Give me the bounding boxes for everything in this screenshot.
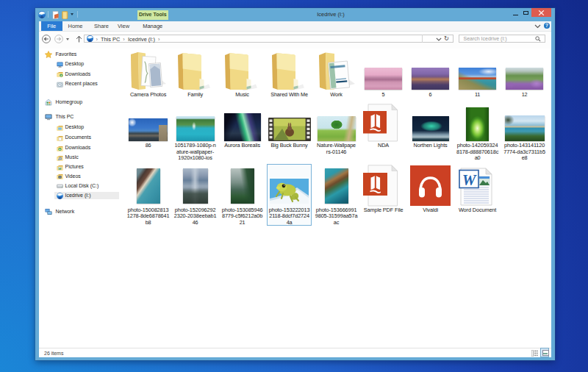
svg-text:W: W [462,171,477,189]
